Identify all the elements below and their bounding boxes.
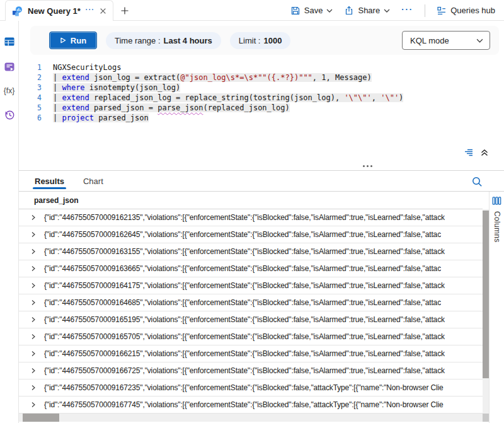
line-number: 2 [19,72,42,83]
tab-bar: New Query 1* ··· Save [0,0,504,21]
table-row[interactable]: {"id":"4467550570009167235","violations"… [19,380,483,397]
column-header-parsed-json[interactable]: parsed_json [19,192,483,209]
horizontal-scrollbar[interactable] [19,414,483,422]
table-row[interactable]: {"id":"4467550570009167745","violations"… [19,397,483,414]
row-json-text: {"id":"4467550570009163665","violations"… [44,264,441,273]
save-chevron-down-icon [326,9,333,13]
tab-more-icon[interactable]: ··· [86,6,95,16]
row-json-text: {"id":"4467550570009167745","violations"… [44,400,444,409]
line-number: 6 [19,113,42,123]
collapse-editor-icon[interactable] [480,148,489,157]
row-expand-chevron-icon[interactable] [30,402,37,408]
time-range-value: Last 4 hours [164,36,212,45]
queries-hub-label: Queries hub [450,6,495,15]
row-expand-chevron-icon[interactable] [30,231,37,238]
code-line: 5| extend parsed_json = parse_json(repla… [19,103,504,113]
new-tab-button[interactable] [113,0,136,21]
table-row[interactable]: {"id":"4467550570009166725","violations"… [19,362,483,380]
results-grid: parsed_json {"id":"4467550570009162135",… [19,191,504,423]
table-row[interactable]: {"id":"4467550570009166215","violations"… [19,345,483,362]
kql-editor[interactable]: 1NGXSecurityLogs2| extend json_log = ext… [19,57,504,161]
code-line: 2| extend json_log = extract(@"json_log\… [19,72,504,83]
share-label: Share [358,6,380,15]
columns-side-panel[interactable]: Columns [489,192,504,423]
table-row[interactable]: {"id":"4467550570009165195","violations"… [19,311,483,328]
row-expand-chevron-icon[interactable] [30,385,37,391]
pane-splitter[interactable] [19,161,504,170]
code-lines: 1NGXSecurityLogs2| extend json_log = ext… [19,62,504,123]
results-tab-bar: Results Chart [19,170,504,191]
play-icon [60,37,66,43]
table-row[interactable]: {"id":"4467550570009165705","violations"… [19,328,483,345]
row-json-text: {"id":"4467550570009164685","violations"… [44,298,441,307]
functions-icon[interactable]: {fx} [4,86,14,95]
save-label: Save [304,6,323,15]
queries-hub-button[interactable]: Queries hub [437,6,495,16]
row-json-text: {"id":"4467550570009166725","violations"… [44,366,445,375]
query-mode-select[interactable]: KQL mode [402,31,490,50]
horizontal-scrollbar-thumb[interactable] [23,414,59,422]
code-line: 4| extend replaced_json_log = replace_st… [19,93,504,103]
query-history-icon[interactable] [4,109,15,120]
share-button[interactable]: Share [344,6,390,16]
run-label: Run [71,36,86,45]
code-line: 3| where isnotempty(json_log) [19,83,504,93]
table-icon[interactable] [4,36,15,47]
limit-value: 1000 [263,36,282,45]
run-button[interactable]: Run [49,32,97,49]
more-menu-button[interactable]: ··· [401,4,413,17]
vertical-scrollbar[interactable] [483,192,489,423]
row-expand-chevron-icon[interactable] [30,316,37,323]
search-results-icon[interactable] [471,176,483,187]
line-number: 5 [19,103,42,113]
row-json-text: {"id":"4467550570009164175","violations"… [44,281,445,290]
columns-panel-label: Columns [493,211,501,242]
time-range-picker[interactable]: Time range : Last 4 hours [106,32,221,49]
row-expand-chevron-icon[interactable] [30,333,37,340]
row-json-text: {"id":"4467550570009166215","violations"… [44,349,445,358]
tab-chart[interactable]: Chart [83,171,103,191]
row-expand-chevron-icon[interactable] [30,282,37,289]
table-row[interactable]: {"id":"4467550570009162135","violations"… [19,209,483,226]
mode-chevron-down-icon [476,38,483,43]
row-expand-chevron-icon[interactable] [30,214,37,221]
scrollbar-corner [483,414,489,422]
tab-title: New Query 1* [28,6,81,16]
row-json-text: {"id":"4467550570009165195","violations"… [44,315,445,324]
row-json-text: {"id":"4467550570009162645","violations"… [44,230,441,239]
row-expand-chevron-icon[interactable] [30,368,37,374]
app-logo-icon [12,6,23,16]
queries-hub-icon [437,6,447,16]
save-button[interactable]: Save [290,6,333,16]
share-icon [344,6,354,16]
grid-rows: {"id":"4467550570009162135","violations"… [19,209,483,414]
columns-icon [492,196,501,206]
splitter-handle-icon[interactable] [363,165,372,167]
table-row[interactable]: {"id":"4467550570009162645","violations"… [19,226,483,243]
row-expand-chevron-icon[interactable] [30,265,37,272]
table-row[interactable]: {"id":"4467550570009163665","violations"… [19,260,483,277]
table-row[interactable]: {"id":"4467550570009164685","violations"… [19,294,483,311]
code-line: 6| project parsed_json [19,113,504,123]
query-tab[interactable]: New Query 1* ··· [5,0,113,21]
row-expand-chevron-icon[interactable] [30,299,37,306]
query-toolbar: Run Time range : Last 4 hours Limit : 10… [30,26,499,55]
saved-queries-icon[interactable] [4,61,15,72]
limit-picker[interactable]: Limit : 1000 [230,32,291,49]
tab-bar-actions: Save Share ··· [290,0,504,21]
tab-results[interactable]: Results [35,171,64,191]
row-json-text: {"id":"4467550570009167235","violations"… [44,383,444,392]
row-expand-chevron-icon[interactable] [30,351,37,357]
table-row[interactable]: {"id":"4467550570009164175","violations"… [19,277,483,294]
code-line: 1NGXSecurityLogs [19,62,504,72]
limit-label: Limit : [239,36,261,45]
table-row[interactable]: {"id":"4467550570009163155","violations"… [19,243,483,260]
toolbar-wrap: Run Time range : Last 4 hours Limit : 10… [19,21,504,57]
tab-close-icon[interactable] [100,8,106,14]
vertical-scrollbar-thumb[interactable] [483,211,489,378]
row-expand-chevron-icon[interactable] [30,248,37,255]
query-summary-icon[interactable] [464,148,474,158]
editor-tools [464,148,489,158]
row-json-text: {"id":"4467550570009165705","violations"… [44,332,445,341]
line-number: 1 [19,62,42,72]
